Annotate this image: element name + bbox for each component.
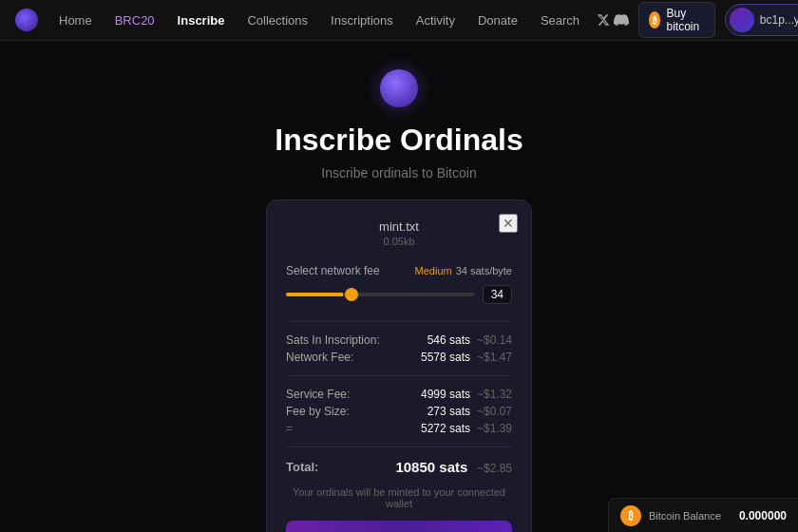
fee-speed: Medium xyxy=(415,265,452,276)
fee-by-size-value: 273 sats xyxy=(413,405,470,418)
nav-link-collections[interactable]: Collections xyxy=(238,13,317,28)
sats-inscription-label: Sats In Inscription: xyxy=(286,333,380,347)
divider-1 xyxy=(286,321,512,322)
nav-link-home[interactable]: Home xyxy=(49,13,102,28)
btc-icon: ₿ xyxy=(649,11,660,28)
fee-by-size-label: Fee by Size: xyxy=(286,405,350,418)
nav-link-brc20[interactable]: BRC20 xyxy=(105,13,164,28)
sats-inscription-usd: ~$0.14 xyxy=(474,333,512,347)
fee-label: Select network fee xyxy=(286,264,380,277)
nav-link-inscriptions[interactable]: Inscriptions xyxy=(321,13,403,28)
sats-inscription-value: 546 sats xyxy=(413,333,470,347)
divider-2 xyxy=(286,375,512,376)
file-name: mint.txt xyxy=(286,219,512,234)
equals-value: 5272 sats xyxy=(413,422,470,435)
nav-link-donate[interactable]: Donate xyxy=(468,13,527,28)
wallet-address: bc1p...ylp! xyxy=(760,13,798,27)
close-button[interactable]: ✕ xyxy=(499,214,518,233)
service-fee-value: 4999 sats xyxy=(413,388,470,401)
sats-inscription-row: Sats In Inscription: 546 sats ~$0.14 xyxy=(286,333,512,347)
network-fee-row: Network Fee: 5578 sats ~$1.47 xyxy=(286,351,512,364)
fee-rate: 34 sats/byte xyxy=(456,265,512,276)
nav-link-inscribe[interactable]: Inscribe xyxy=(168,13,235,28)
twitter-icon[interactable] xyxy=(597,7,610,33)
service-fee-usd: ~$1.32 xyxy=(474,388,512,401)
divider-3 xyxy=(286,446,512,447)
service-fee-label: Service Fee: xyxy=(286,388,350,401)
nav-link-search[interactable]: Search xyxy=(531,13,589,28)
total-value: 10850 sats xyxy=(395,459,467,475)
file-size: 0.05kb xyxy=(286,236,512,247)
total-usd: ~$2.85 xyxy=(477,462,512,475)
fee-by-size-usd: ~$0.07 xyxy=(474,405,512,418)
discord-icon[interactable] xyxy=(614,7,629,33)
total-label: Total: xyxy=(286,460,318,474)
buy-bitcoin-label: Buy bitcoin xyxy=(666,7,704,33)
network-fee-value: 5578 sats xyxy=(413,351,470,364)
btc-balance-icon: ₿ xyxy=(620,505,641,526)
fee-header-row: Select network fee Medium 34 sats/byte xyxy=(286,264,512,277)
balance-value: 0.000000 xyxy=(739,509,787,522)
fee-value-box: 34 xyxy=(483,285,512,304)
slider-wrap: 34 xyxy=(286,285,512,304)
balance-label: Bitcoin Balance xyxy=(649,510,732,522)
inscribe-card: ✕ mint.txt 0.05kb Select network fee Med… xyxy=(266,200,532,532)
main-content: Inscribe Ordinals Inscribe ordinals to B… xyxy=(0,41,798,532)
nav-logo[interactable] xyxy=(15,9,38,31)
fee-table: Sats In Inscription: 546 sats ~$0.14 Net… xyxy=(286,333,512,364)
network-fee-label: Network Fee: xyxy=(286,351,353,364)
total-row: Total: 10850 sats ~$2.85 xyxy=(286,459,512,475)
buy-bitcoin-button[interactable]: ₿ Buy bitcoin xyxy=(638,2,715,38)
wallet-note: Your ordinals will be minted to your con… xyxy=(286,486,512,509)
equals-sign: = xyxy=(286,422,293,435)
inscribe-button[interactable]: Inscribe xyxy=(286,521,512,532)
fee-slider[interactable] xyxy=(286,293,475,296)
balance-bar: ₿ Bitcoin Balance 0.000000 xyxy=(608,498,798,532)
wallet-button[interactable]: bc1p...ylp! xyxy=(725,4,798,36)
navbar: Home BRC20 Inscribe Collections Inscript… xyxy=(0,0,798,41)
equals-row: = 5272 sats ~$1.39 xyxy=(286,422,512,435)
service-fee-row: Service Fee: 4999 sats ~$1.32 xyxy=(286,388,512,401)
page-subtitle: Inscribe ordinals to Bitcoin xyxy=(321,165,476,180)
wallet-avatar xyxy=(730,8,754,32)
fee-by-size-row: Fee by Size: 273 sats ~$0.07 xyxy=(286,405,512,418)
page-title: Inscribe Ordinals xyxy=(275,123,522,158)
network-fee-usd: ~$1.47 xyxy=(474,351,512,364)
nav-link-activity[interactable]: Activity xyxy=(407,13,465,28)
equals-usd: ~$1.39 xyxy=(474,422,512,435)
page-icon xyxy=(380,69,418,107)
service-fee-table: Service Fee: 4999 sats ~$1.32 Fee by Siz… xyxy=(286,388,512,435)
fee-badge: Medium 34 sats/byte xyxy=(415,265,512,276)
